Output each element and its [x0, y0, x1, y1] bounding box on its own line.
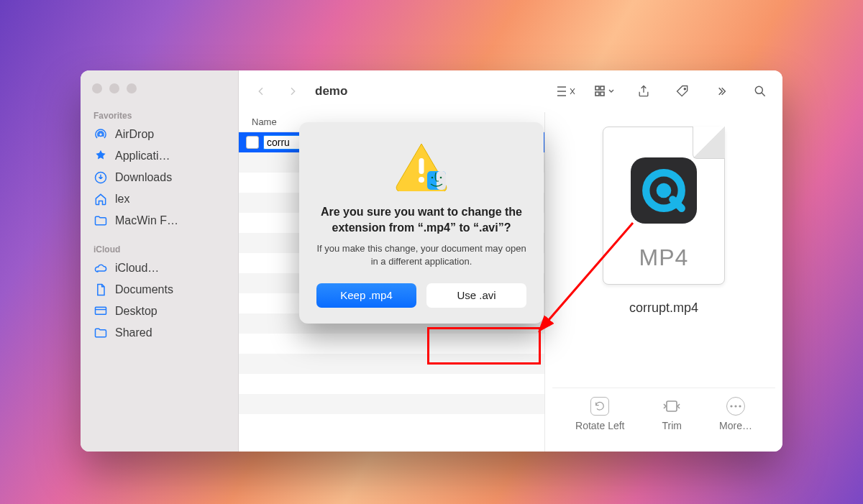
search-button[interactable]	[748, 79, 772, 104]
svg-rect-5	[595, 92, 599, 96]
svg-point-0	[99, 133, 103, 137]
sidebar: Favorites AirDrop Applicati… Downloads l…	[81, 70, 239, 452]
svg-rect-11	[667, 401, 677, 411]
action-label: Rotate Left	[575, 420, 625, 431]
file-row-empty	[239, 354, 544, 374]
view-list-button[interactable]	[554, 79, 578, 104]
action-label: Trim	[662, 420, 682, 431]
file-thumb-icon	[246, 136, 259, 149]
action-label: More…	[719, 420, 752, 431]
back-button[interactable]	[249, 79, 273, 104]
sidebar-item-label: MacWin F…	[115, 214, 178, 227]
file-preview-name: corrupt.mp4	[629, 301, 698, 316]
downloads-icon	[93, 170, 108, 185]
svg-rect-2	[96, 307, 106, 314]
group-button[interactable]	[593, 79, 617, 104]
svg-rect-3	[595, 86, 599, 90]
rotate-left-icon	[590, 397, 609, 416]
file-row-empty	[239, 394, 544, 414]
warning-finder-icon	[393, 141, 450, 191]
file-preview-icon: MP4	[603, 127, 725, 285]
sidebar-item-airdrop[interactable]: AirDrop	[81, 124, 238, 145]
svg-point-8	[755, 86, 762, 93]
cloud-icon	[93, 261, 108, 275]
sidebar-item-label: lex	[115, 193, 129, 206]
extension-change-dialog: Are you sure you want to change the exte…	[299, 122, 544, 324]
sidebar-item-label: Applicati…	[115, 150, 170, 162]
sidebar-item-shared[interactable]: Shared	[81, 322, 238, 344]
minimize-dot[interactable]	[109, 83, 119, 93]
tags-button[interactable]	[670, 79, 695, 104]
sidebar-item-documents[interactable]: Documents	[81, 279, 238, 301]
sidebar-item-applications[interactable]: Applicati…	[81, 145, 238, 167]
sidebar-item-label: Downloads	[115, 171, 172, 184]
sidebar-section-favorites: Favorites	[81, 106, 238, 124]
svg-point-10	[657, 183, 672, 198]
sidebar-item-desktop[interactable]: Desktop	[81, 301, 238, 322]
folder-icon	[93, 214, 108, 228]
close-dot[interactable]	[92, 83, 102, 93]
dialog-message: If you make this change, your document m…	[316, 242, 526, 268]
preview-pane: MP4 corrupt.mp4 Rotate Left Trim More…	[545, 112, 782, 452]
sidebar-item-label: AirDrop	[115, 128, 154, 141]
document-icon	[93, 283, 108, 297]
file-type-label: MP4	[603, 244, 724, 271]
overflow-button[interactable]	[709, 79, 734, 104]
toolbar: demo	[239, 70, 782, 112]
airdrop-icon	[93, 127, 108, 142]
sidebar-item-label: iCloud…	[115, 262, 159, 275]
svg-point-16	[419, 177, 424, 183]
svg-point-12	[730, 405, 732, 407]
sidebar-section-icloud: iCloud	[81, 240, 238, 257]
desktop-icon	[93, 304, 108, 319]
share-button[interactable]	[631, 79, 656, 104]
sidebar-item-home[interactable]: lex	[81, 188, 238, 210]
shared-folder-icon	[93, 326, 108, 340]
keep-extension-button[interactable]: Keep .mp4	[316, 283, 416, 308]
sidebar-item-label: Documents	[115, 283, 173, 296]
home-icon	[93, 192, 108, 206]
sidebar-item-downloads[interactable]: Downloads	[81, 167, 238, 188]
sidebar-item-label: Desktop	[115, 305, 157, 318]
action-rotate-left[interactable]: Rotate Left	[575, 397, 625, 431]
svg-rect-18	[437, 171, 446, 190]
svg-point-14	[739, 405, 741, 407]
dialog-title: Are you sure you want to change the exte…	[316, 204, 526, 235]
file-row-empty	[239, 334, 544, 354]
svg-point-7	[684, 88, 685, 90]
action-more[interactable]: More…	[719, 397, 752, 431]
svg-rect-15	[419, 158, 424, 174]
use-extension-button[interactable]: Use .avi	[426, 283, 526, 308]
sidebar-item-label: Shared	[115, 326, 152, 339]
svg-rect-6	[601, 92, 604, 96]
forward-button[interactable]	[280, 79, 305, 104]
sidebar-item-icloud[interactable]: iCloud…	[81, 257, 238, 279]
zoom-dot[interactable]	[127, 83, 137, 93]
action-trim[interactable]: Trim	[662, 397, 682, 431]
trim-icon	[662, 397, 681, 416]
quick-actions: Rotate Left Trim More…	[552, 388, 775, 437]
column-header-name[interactable]: Name	[252, 116, 277, 127]
svg-point-19	[432, 177, 434, 179]
sidebar-item-macwin[interactable]: MacWin F…	[81, 210, 238, 232]
file-row-empty	[239, 374, 544, 394]
svg-rect-4	[601, 86, 604, 90]
svg-point-13	[734, 405, 736, 407]
more-icon	[726, 397, 745, 416]
quicktime-icon	[631, 157, 697, 224]
window-title: demo	[315, 84, 347, 98]
svg-point-20	[440, 177, 442, 179]
window-controls	[81, 79, 238, 106]
applications-icon	[93, 149, 108, 163]
